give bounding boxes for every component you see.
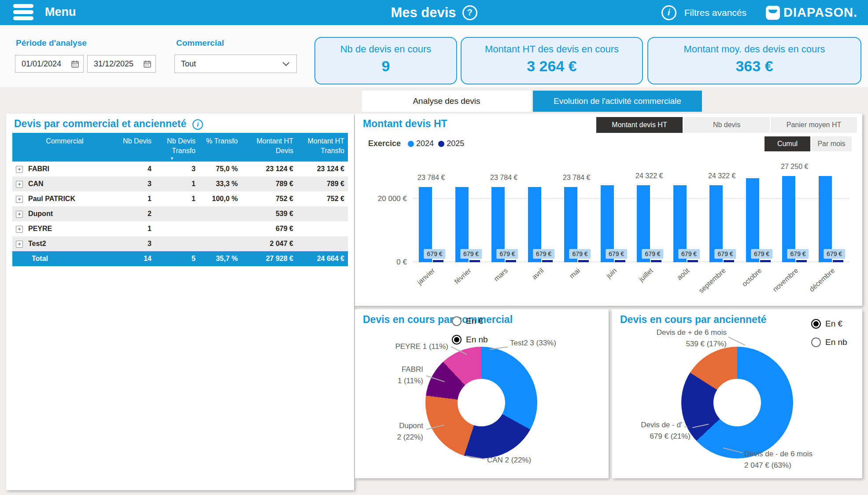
expand-icon[interactable]: + [16,181,23,188]
table-row[interactable]: +CAN 31 33,3 %789 € 789 € [12,176,348,191]
expand-icon[interactable]: + [16,211,23,218]
radio-circle[interactable] [811,319,821,329]
bar-2025-mars[interactable] [506,260,516,262]
bar-chart-panel: Montant devis HT Montant devis HT Nb dev… [355,114,862,306]
donut-commercial-title: Devis en cours par commercial [363,314,513,326]
bar-2025-février[interactable] [469,260,480,262]
tab-evolution-activite[interactable]: Evolution de l'activité commerciale [533,91,702,112]
sort-desc-icon: ▼ [170,156,174,161]
radio-en-euro[interactable]: En € [452,316,483,326]
bar-2025-mai[interactable] [578,260,589,262]
metric-button-montant-devis-ht[interactable]: Montant devis HT [596,117,683,133]
bar-2025-décembre[interactable] [833,260,843,262]
calendar-icon [144,60,151,68]
mode-button-cumul[interactable]: Cumul [765,136,810,151]
col-montant-ht-devis[interactable]: Montant HT Devis [241,133,297,161]
radio-circle[interactable] [452,316,462,326]
bar-2025-juillet[interactable] [651,260,661,262]
col-commercial[interactable]: Commercial [12,133,117,161]
x-axis-months: janvierfévriermarsavrilmaijuinjuilletaoû… [413,264,849,299]
legend-title: Exercice [368,139,401,148]
hamburger-menu-icon[interactable] [13,4,34,22]
chevron-down-icon [283,59,290,66]
callout-2025-mai: 679 € [569,249,591,259]
radio-en-euro[interactable]: En € [811,319,842,329]
bar-group-janvier: 23 784 €679 € [413,156,450,262]
table-row[interactable]: +Paul PATRICK 11 100,0 %752 € 752 € [12,191,348,206]
callout-2025-novembre: 679 € [787,249,809,259]
bar-value-label-mai: 23 784 € [563,174,590,182]
radio-circle[interactable] [811,337,821,347]
slice-label-moins-d: Devis de - d' ... 679 € (21%) [617,419,691,443]
bar-value-label-septembre: 24 322 € [708,172,735,180]
bar-2025-janvier[interactable] [433,260,443,262]
slice-label-moins-6-mois: Devis de - de 6 mois 2 047 € (63%) [744,448,813,472]
page-title: Mes devis [391,5,456,21]
date-to-input[interactable]: 31/12/2025 [87,55,156,73]
col-nb-devis-transfo[interactable]: Nb Devis Transfo▼ [155,133,199,161]
bar-2025-juin[interactable] [615,260,625,262]
y-axis-tick-0: 0 € [366,258,407,267]
col-nb-devis[interactable]: Nb Devis [117,133,155,161]
legend-dot-2024 [408,141,414,147]
advanced-filters-link[interactable]: Filtres avancés [684,7,746,18]
slice-label-can: CAN 2 (22%) [487,455,531,466]
table-header-row: Commercial Nb Devis Nb Devis Transfo▼ % … [12,133,348,161]
bar-group-mars: 23 784 €679 € [486,156,522,262]
kpi-montant-moyen: Montant moy. des devis en cours 363 € [647,37,861,84]
radio-circle[interactable] [452,335,462,345]
help-icon[interactable]: ? [462,5,477,20]
bar-2025-septembre[interactable] [724,260,734,262]
slice-label-test2: Test2 3 (33%) [510,337,556,349]
axis-label-octobre: octobre [741,267,764,288]
axis-label-juillet: juillet [637,267,654,283]
dashboard: Menu Mes devis ? i Filtres avancés DIAPA… [0,0,868,495]
callout-2025-octobre: 679 € [751,249,772,259]
menu-label[interactable]: Menu [45,5,76,19]
col-pct-transfo[interactable]: % Transfo [199,133,241,161]
expand-icon[interactable]: + [16,196,23,203]
axis-label-janvier: janvier [416,267,436,286]
table-panel: Devis par commercial et anciennetéi Comm… [6,114,354,490]
donut-chart-anciennete[interactable] [681,347,793,458]
calendar-icon [71,60,79,68]
expand-icon[interactable]: + [16,241,23,248]
table-row[interactable]: +PEYRE 1 679 € [12,221,348,236]
info-icon[interactable]: i [661,5,676,20]
bar-2025-août[interactable] [687,260,698,262]
devis-table: Commercial Nb Devis Nb Devis Transfo▼ % … [12,133,348,266]
radio-en-nb[interactable]: En nb [811,337,847,347]
bar-2025-octobre[interactable] [760,260,771,262]
mode-button-par-mois[interactable]: Par mois [811,136,852,151]
callout-2025-janvier: 679 € [424,249,446,259]
metric-button-nb-devis[interactable]: Nb devis [683,117,770,133]
bar-group-juin: 679 € [595,156,632,262]
bar-2025-avril[interactable] [542,260,553,262]
callout-2025-juin: 679 € [606,249,627,259]
bar-chart-plot: 23 784 €679 €679 €23 784 €679 €679 €23 7… [413,156,849,262]
expand-icon[interactable]: + [16,226,23,233]
expand-icon[interactable]: + [16,166,23,173]
donut-chart-commercial[interactable] [425,347,537,458]
info-icon[interactable]: i [192,119,203,130]
kpi-montant-ht: Montant HT des devis en cours 3 264 € [461,37,643,84]
table-row[interactable]: +FABRI 43 75,0 %23 124 € 23 124 € [12,161,348,176]
callout-2025-décembre: 679 € [824,249,845,259]
date-from-input[interactable]: 01/01/2024 [15,55,84,73]
legend-2025[interactable]: 2025 [438,139,464,148]
tab-analyse-des-devis[interactable]: Analyse des devis [362,91,531,112]
table-row[interactable]: +Test2 3 2 047 € [12,236,348,251]
donut-commercial-panel: Devis en cours par commercial En € En nb… [355,309,609,478]
callout-2025-juillet: 679 € [642,249,664,259]
callout-2025-mars: 679 € [497,249,518,259]
radio-en-nb[interactable]: En nb [452,335,488,345]
callout-2025-septembre: 679 € [715,249,736,259]
legend-2024[interactable]: 2024 [408,139,434,148]
chart-legend: Exercice 2024 2025 [368,139,464,148]
axis-label-juin: juin [605,267,618,280]
metric-button-panier-moyen-ht[interactable]: Panier moyen HT [771,117,857,133]
bar-2025-novembre[interactable] [796,260,807,262]
table-row[interactable]: +Dupont 2 539 € [12,206,348,221]
col-montant-ht-transfo[interactable]: Montant HT Transfo [297,133,348,161]
commercial-select[interactable]: Tout [174,55,297,73]
